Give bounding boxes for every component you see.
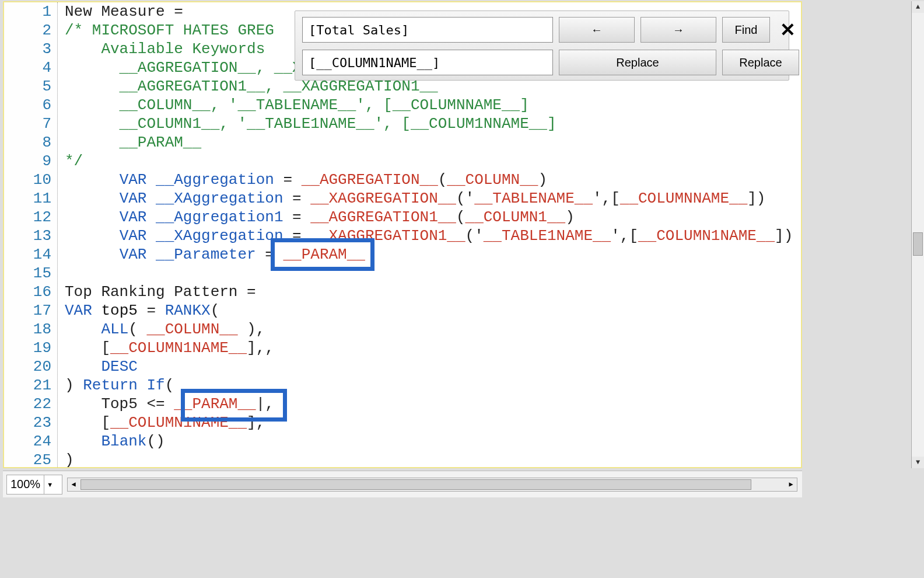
line-number: 11: [4, 189, 57, 208]
scroll-down-icon[interactable]: ▼: [912, 457, 924, 468]
code-line[interactable]: Top Ranking Pattern =: [65, 283, 801, 301]
code-line[interactable]: [65, 264, 801, 283]
code-line[interactable]: VAR __Parameter = __PARAM__: [65, 245, 801, 264]
code-line[interactable]: __COLUMN__, '__TABLENAME__', [__COLUMNNA…: [65, 96, 801, 114]
code-line[interactable]: VAR __XAggregation = __XAGGREGATION__('_…: [65, 189, 801, 208]
replace-button[interactable]: Replace: [559, 50, 716, 75]
find-button[interactable]: Find: [722, 17, 770, 43]
code-line[interactable]: VAR __XAggregation = __XAGGREGATION1__('…: [65, 227, 801, 245]
replace-all-button[interactable]: Replace: [722, 50, 799, 75]
line-number: 19: [4, 339, 57, 357]
scroll-track[interactable]: [912, 13, 924, 457]
zoom-value: 100%: [7, 478, 44, 491]
code-line[interactable]: ) Return If(: [65, 376, 801, 395]
line-number: 5: [4, 77, 57, 96]
code-line[interactable]: __PARAM__: [65, 133, 801, 152]
zoom-selector[interactable]: 100% ▼: [6, 475, 62, 495]
line-number: 21: [4, 376, 57, 395]
code-line[interactable]: __COLUMN1__, '__TABLE1NAME__', [__COLUM1…: [65, 114, 801, 133]
find-replace-panel: ← → Find ✕ Replace Replace: [295, 11, 789, 81]
code-line[interactable]: Top5 <= __PARAM__|,: [65, 395, 801, 413]
code-line[interactable]: ALL( __COLUMN__ ),: [65, 320, 801, 339]
line-number: 10: [4, 170, 57, 189]
scroll-left-icon[interactable]: ◀: [68, 480, 79, 489]
code-line[interactable]: VAR top5 = RANKX(: [65, 301, 801, 320]
line-number: 4: [4, 58, 57, 77]
line-number: 1: [4, 2, 57, 21]
line-number-gutter: 1234567891011121314151617181920212223242…: [4, 2, 58, 467]
line-number: 20: [4, 357, 57, 376]
line-number: 13: [4, 227, 57, 245]
code-line[interactable]: Blank(): [65, 432, 801, 451]
line-number: 12: [4, 208, 57, 227]
vertical-scrollbar[interactable]: ▲ ▼: [911, 1, 924, 468]
code-line[interactable]: [__COLUMN1NAME__],,: [65, 339, 801, 357]
find-next-button[interactable]: →: [640, 17, 716, 43]
line-number: 14: [4, 245, 57, 264]
code-line[interactable]: VAR __Aggregation = __AGGREGATION__(__CO…: [65, 170, 801, 189]
line-number: 2: [4, 21, 57, 40]
line-number: 8: [4, 133, 57, 152]
scroll-right-icon[interactable]: ▶: [785, 480, 797, 489]
chevron-down-icon[interactable]: ▼: [44, 475, 55, 494]
line-number: 22: [4, 395, 57, 413]
line-number: 16: [4, 283, 57, 301]
code-line[interactable]: DESC: [65, 357, 801, 376]
line-number: 3: [4, 40, 57, 58]
code-line[interactable]: [__COLUMN1NAME__],: [65, 413, 801, 432]
replace-input[interactable]: [302, 50, 553, 75]
horizontal-scrollbar[interactable]: ◀ ▶: [67, 478, 797, 492]
code-line[interactable]: VAR __Aggregation1 = __AGGREGATION1__(__…: [65, 208, 801, 227]
code-line[interactable]: */: [65, 152, 801, 170]
search-input[interactable]: [302, 17, 553, 43]
line-number: 18: [4, 320, 57, 339]
code-line[interactable]: ): [65, 451, 801, 469]
hscroll-thumb[interactable]: [80, 479, 751, 490]
scroll-thumb[interactable]: [913, 232, 923, 256]
editor-frame: 1234567891011121314151617181920212223242…: [3, 1, 802, 468]
line-number: 17: [4, 301, 57, 320]
line-number: 6: [4, 96, 57, 114]
line-number: 24: [4, 432, 57, 451]
line-number: 23: [4, 413, 57, 432]
line-number: 25: [4, 451, 57, 469]
line-number: 9: [4, 152, 57, 170]
line-number: 7: [4, 114, 57, 133]
status-bar: 100% ▼ ◀ ▶: [3, 471, 802, 497]
line-number: 15: [4, 264, 57, 283]
find-prev-button[interactable]: ←: [559, 17, 635, 43]
close-icon[interactable]: ✕: [776, 17, 799, 43]
scroll-up-icon[interactable]: ▲: [912, 1, 924, 13]
